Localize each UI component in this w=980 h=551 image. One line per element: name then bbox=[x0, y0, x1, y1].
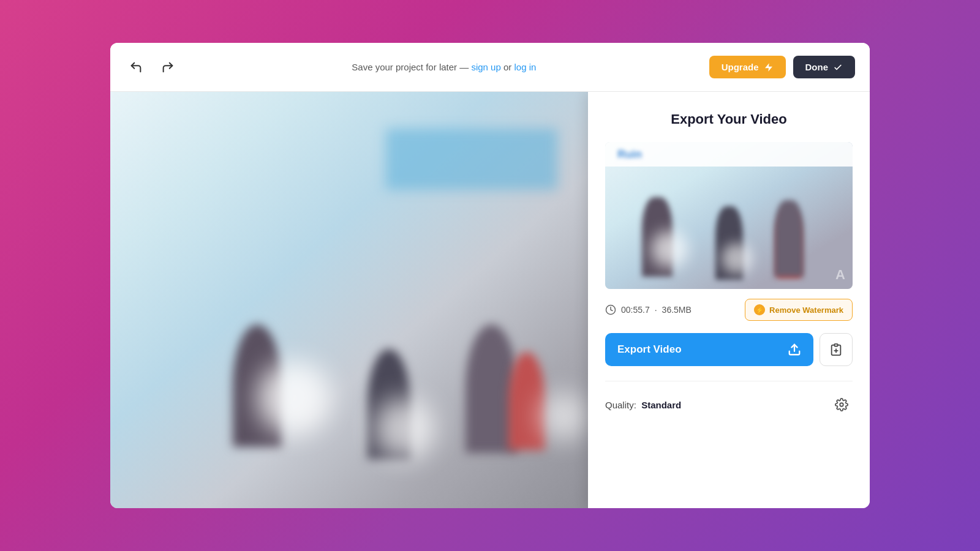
light-orb-1 bbox=[257, 361, 331, 435]
lightning-icon bbox=[764, 62, 774, 72]
or-text: or bbox=[501, 62, 514, 72]
quality-label: Quality: Standard bbox=[605, 400, 681, 410]
thumb-silhouette-4 bbox=[774, 200, 804, 277]
duration-value: 00:55.7 bbox=[621, 305, 650, 315]
export-title: Export Your Video bbox=[605, 111, 853, 127]
undo-button[interactable] bbox=[125, 56, 147, 78]
checkmark-icon bbox=[833, 62, 843, 72]
file-size: 36.5MB bbox=[662, 305, 692, 315]
clipboard-plus-icon bbox=[829, 343, 843, 356]
gear-icon bbox=[835, 398, 848, 411]
blue-rectangle bbox=[386, 129, 557, 190]
export-video-label: Export Video bbox=[617, 343, 682, 356]
light-orb-2 bbox=[374, 398, 435, 459]
remove-watermark-label: Remove Watermark bbox=[769, 305, 843, 315]
svg-marker-0 bbox=[765, 63, 772, 71]
toolbar: Save your project for later — sign up or… bbox=[110, 43, 870, 92]
toolbar-right: Upgrade Done bbox=[709, 56, 855, 78]
redo-button[interactable] bbox=[157, 56, 179, 78]
thumbnail-top-bar: Ruin bbox=[605, 142, 853, 167]
divider bbox=[605, 381, 853, 381]
remove-watermark-button[interactable]: ⚡ Remove Watermark bbox=[745, 299, 853, 321]
clock-icon bbox=[605, 304, 616, 315]
video-background bbox=[110, 92, 588, 508]
thumbnail-background: Ruin A bbox=[605, 142, 853, 289]
watermark-icon: ⚡ bbox=[754, 304, 765, 315]
app-container: Save your project for later — sign up or… bbox=[110, 43, 870, 508]
thumbnail-blur-text: Ruin bbox=[617, 148, 642, 161]
done-label: Done bbox=[805, 62, 829, 72]
quality-value: Standard bbox=[641, 400, 681, 410]
duration-size-sep: · bbox=[655, 305, 657, 315]
export-buttons-row: Export Video bbox=[605, 333, 853, 366]
canvas-area: ↻ bbox=[110, 92, 588, 508]
upload-icon bbox=[788, 343, 801, 356]
quality-row: Quality: Standard bbox=[605, 394, 853, 416]
sign-up-link[interactable]: sign up bbox=[471, 62, 500, 72]
toolbar-center: Save your project for later — sign up or… bbox=[179, 62, 709, 72]
video-duration: 00:55.7 · 36.5MB bbox=[605, 304, 692, 315]
video-thumbnail: Ruin A bbox=[605, 142, 853, 289]
thumb-orb-1 bbox=[651, 231, 688, 268]
done-button[interactable]: Done bbox=[793, 56, 856, 78]
export-other-button[interactable] bbox=[820, 333, 853, 366]
toolbar-left bbox=[125, 56, 179, 78]
main-content: ↻ Export Your Video bbox=[110, 92, 870, 508]
light-orb-3 bbox=[539, 392, 588, 441]
silhouette-4 bbox=[508, 352, 545, 450]
thumb-orb-2 bbox=[722, 243, 752, 274]
thumbnail-watermark-logo: A bbox=[835, 267, 845, 283]
video-preview: ↻ bbox=[110, 92, 588, 508]
export-panel: Export Your Video Ruin A bbox=[588, 92, 870, 508]
export-video-button[interactable]: Export Video bbox=[605, 333, 813, 366]
video-info-row: 00:55.7 · 36.5MB ⚡ Remove Watermark bbox=[605, 299, 853, 321]
svg-rect-3 bbox=[834, 344, 838, 347]
upgrade-label: Upgrade bbox=[722, 62, 759, 72]
save-text: Save your project for later — bbox=[352, 62, 471, 72]
quality-settings-button[interactable] bbox=[831, 394, 853, 416]
log-in-link[interactable]: log in bbox=[514, 62, 536, 72]
svg-point-6 bbox=[840, 403, 843, 407]
upgrade-button[interactable]: Upgrade bbox=[709, 56, 786, 78]
